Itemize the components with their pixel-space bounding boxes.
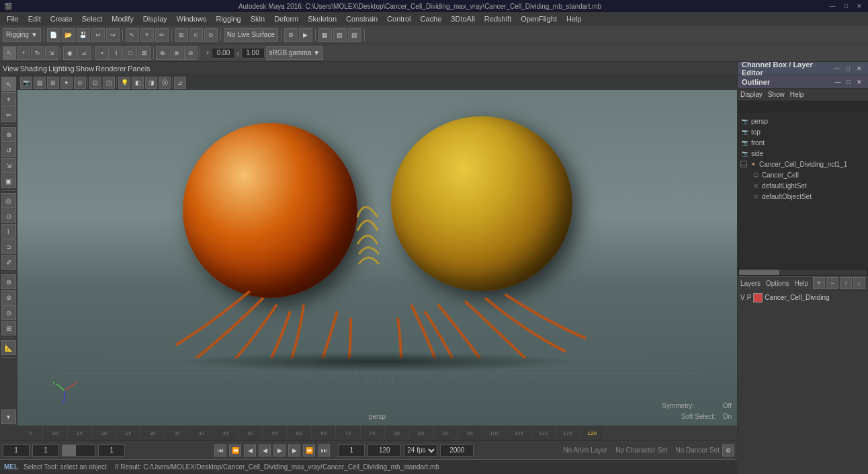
vp-menu-view[interactable]: View xyxy=(3,65,19,73)
vp-shadow-btn[interactable]: ◧ xyxy=(132,77,144,89)
layer-p-checkbox[interactable]: P xyxy=(747,294,752,301)
tools-btn-2[interactable]: ▧ xyxy=(333,28,347,42)
vp-x-ray-btn[interactable]: ✦ xyxy=(60,77,73,89)
redo-btn[interactable]: ↪ xyxy=(106,28,120,42)
outliner-help-menu[interactable]: Help xyxy=(790,91,804,98)
gamma-dropdown[interactable]: sRGB gamma ▼ xyxy=(266,46,324,60)
outliner-minimize[interactable]: — xyxy=(833,77,842,87)
soft-mod-btn[interactable]: ◎ xyxy=(1,193,16,208)
snap-point-btn[interactable]: ⊙ xyxy=(204,28,218,42)
component-btn-uv[interactable]: ⊠ xyxy=(138,46,151,60)
rotate-tool-btn[interactable]: ↻ xyxy=(31,46,44,60)
outliner-scroll-thumb[interactable] xyxy=(739,270,779,275)
layer-color-swatch[interactable] xyxy=(753,293,763,303)
move-tool-btn[interactable]: + xyxy=(17,46,30,60)
menu-deform[interactable]: Deform xyxy=(270,14,302,24)
layer-new-btn[interactable]: + xyxy=(813,277,825,289)
outliner-search[interactable] xyxy=(738,101,868,114)
menu-create[interactable]: Create xyxy=(46,14,77,24)
curve-cv-btn[interactable]: ⌇ xyxy=(1,224,16,239)
save-file-btn[interactable]: 💾 xyxy=(77,28,90,42)
menu-file[interactable]: File xyxy=(3,14,23,24)
minimize-button[interactable]: — xyxy=(828,1,837,11)
tree-item-side[interactable]: 📷 side xyxy=(738,148,868,159)
go-start-btn[interactable]: ⏮ xyxy=(214,444,226,457)
soft-select-btn[interactable]: ◉ xyxy=(63,46,77,60)
tree-item-persp[interactable]: 📷 persp xyxy=(738,116,868,126)
outliner-display-menu[interactable]: Display xyxy=(740,91,763,98)
no-live-surface[interactable]: No Live Surface xyxy=(224,28,278,42)
next-frame-btn[interactable]: ▶ xyxy=(288,444,300,457)
panel-maximize[interactable]: □ xyxy=(843,64,853,73)
tree-item-front[interactable]: 📷 front xyxy=(738,137,868,148)
vp-lights-btn[interactable]: 💡 xyxy=(118,77,130,89)
outliner-show-menu[interactable]: Show xyxy=(768,91,785,98)
menu-skin[interactable]: Skin xyxy=(247,14,269,24)
layers-menu[interactable]: Layers xyxy=(740,280,761,287)
menu-select[interactable]: Select xyxy=(78,14,107,24)
vp-wire-btn[interactable]: ⊞ xyxy=(47,77,59,89)
maximize-button[interactable]: □ xyxy=(841,1,851,11)
frame-range-bar[interactable] xyxy=(62,444,95,457)
snap-btn-2[interactable]: ⊗ xyxy=(170,46,183,60)
tree-item-cancer-group[interactable]: — ✦ Cancer_Cell_Dividing_ncl1_1 xyxy=(738,159,868,169)
prev-key-btn[interactable]: ⏪ xyxy=(229,444,241,457)
new-file-btn[interactable]: 📄 xyxy=(47,28,60,42)
menu-edit[interactable]: Edit xyxy=(24,14,45,24)
frame-input-2[interactable] xyxy=(32,444,59,457)
menu-control[interactable]: Control xyxy=(383,14,415,24)
left-toggle-btn[interactable]: ▼ xyxy=(1,409,16,424)
menu-3dtoall[interactable]: 3DtoAll xyxy=(447,14,478,24)
vp-shading-btn[interactable]: ▧ xyxy=(34,77,46,89)
outliner-scrollbar[interactable] xyxy=(738,268,868,276)
scale-tool-btn[interactable]: ⇲ xyxy=(45,46,58,60)
prev-frame-btn[interactable]: ◀ xyxy=(244,444,256,457)
menu-redshift[interactable]: Redshift xyxy=(480,14,515,24)
gamma-input[interactable] xyxy=(241,48,265,58)
viewport-3d[interactable]: 📷 ▧ ⊞ ✦ ⊙ ⊡ ◫ 💡 ◧ ◨ Ⓐ ⊿ xyxy=(17,75,737,426)
select-mode-btn[interactable]: ↖ xyxy=(1,77,16,91)
range-end-input[interactable] xyxy=(367,444,401,457)
tools-btn-1[interactable]: ▦ xyxy=(318,28,332,42)
menu-display[interactable]: Display xyxy=(139,14,171,24)
curve-ep-btn[interactable]: ⊃ xyxy=(1,239,16,254)
vp-ao-btn[interactable]: ◨ xyxy=(145,77,157,89)
vp-menu-panels[interactable]: Panels xyxy=(128,65,150,73)
paint-btn[interactable]: ✏ xyxy=(155,28,169,42)
vp-iso-btn[interactable]: ⊿ xyxy=(174,77,186,89)
last-tool-btn[interactable]: ▣ xyxy=(1,173,16,188)
open-file-btn[interactable]: 📂 xyxy=(62,28,75,42)
paint-sel-btn[interactable]: ✏ xyxy=(1,108,16,122)
vp-menu-lighting[interactable]: Lighting xyxy=(48,65,75,73)
outliner-maximize[interactable]: □ xyxy=(844,77,853,87)
exposure-input[interactable] xyxy=(212,48,235,58)
play-back-btn[interactable]: ◀ xyxy=(259,444,271,457)
joint-btn[interactable]: ⊛ xyxy=(1,274,16,289)
tree-expand-cancer[interactable]: — xyxy=(740,161,747,167)
current-frame-input[interactable] xyxy=(3,444,30,457)
menu-help[interactable]: Help xyxy=(562,14,586,24)
select-tool-btn[interactable]: ↖ xyxy=(3,46,16,60)
mode-dropdown[interactable]: Rigging ▼ xyxy=(3,28,41,42)
lasso-btn[interactable]: ⌖ xyxy=(140,28,154,42)
tree-item-objectset[interactable]: ⊂ defaultObjectSet xyxy=(738,191,868,202)
vp-menu-shading[interactable]: Shading xyxy=(20,65,47,73)
component-btn-e[interactable]: ⌇ xyxy=(110,46,123,60)
snap-grid-btn[interactable]: ⊞ xyxy=(175,28,188,42)
snap-btn-3[interactable]: ⊖ xyxy=(184,46,198,60)
layer-help-menu[interactable]: Help xyxy=(794,280,808,287)
menu-modify[interactable]: Modify xyxy=(107,14,137,24)
vp-hud-btn[interactable]: ◫ xyxy=(103,77,115,89)
outliner-tree[interactable]: 📷 persp 📷 top 📷 front 📷 side — ✦ Cancer_… xyxy=(738,114,868,268)
range-start-input[interactable] xyxy=(338,444,365,457)
snap-btn-1[interactable]: ⊕ xyxy=(156,46,169,60)
menu-cache[interactable]: Cache xyxy=(417,14,446,24)
panel-close[interactable]: ✕ xyxy=(855,64,864,73)
frame-1[interactable] xyxy=(98,444,125,457)
lasso-mode-btn[interactable]: ⌖ xyxy=(1,92,16,107)
tree-item-cancer-cell[interactable]: ⬡ Cancer_Cell xyxy=(738,169,868,180)
vp-menu-show[interactable]: Show xyxy=(76,65,95,73)
vp-grid-btn[interactable]: ⊡ xyxy=(89,77,101,89)
menu-constrain[interactable]: Constrain xyxy=(342,14,382,24)
options-menu[interactable]: Options xyxy=(766,280,789,287)
